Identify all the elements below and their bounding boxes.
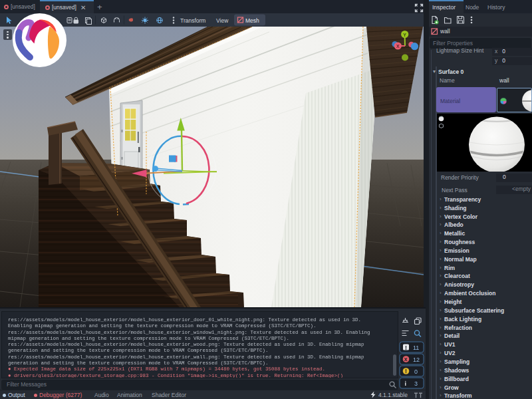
svg-text:11: 11	[413, 344, 419, 351]
svg-text:0: 0	[414, 368, 418, 375]
svg-text:i: i	[405, 380, 407, 387]
svg-text:!: !	[405, 368, 407, 374]
svg-text:x: x	[404, 356, 408, 362]
svg-text:12: 12	[413, 356, 420, 363]
svg-text:Transform: Transform	[180, 17, 205, 24]
svg-text:X: X	[396, 44, 400, 49]
svg-text:!: !	[405, 344, 407, 351]
svg-text:Y: Y	[403, 33, 406, 37]
svg-text:Mesh: Mesh	[245, 17, 259, 24]
svg-text:3: 3	[414, 380, 418, 387]
svg-text:View: View	[216, 17, 229, 24]
